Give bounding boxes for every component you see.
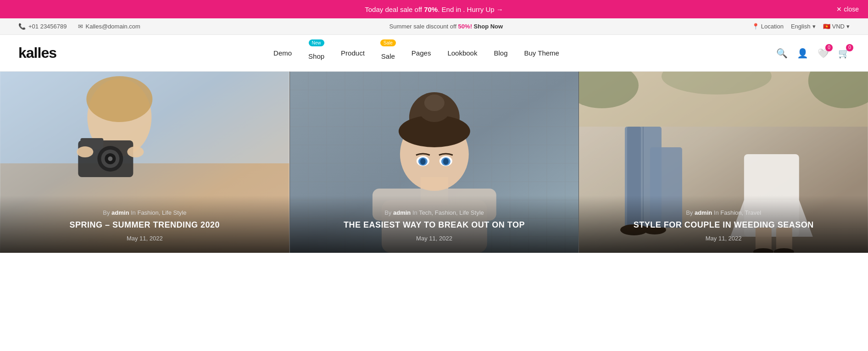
wishlist-icon[interactable]: 🤍 0 [818, 48, 829, 59]
svg-point-10 [108, 156, 112, 161]
blog-card-1-title: SPRING – SUMMER TRENDING 2020 [14, 220, 276, 230]
footer-space [0, 253, 868, 312]
banner-percent: 70% [424, 6, 438, 13]
nav-item-sale[interactable]: Sale Sale [381, 46, 395, 61]
phone-icon: 📞 [18, 23, 26, 30]
phone-info: 📞 +01 23456789 [18, 23, 67, 30]
blog-card-3-title: STYLE FOR COUPLE IN WEEDING SEASON [593, 220, 854, 230]
blog-card-2-overlay: By admin In Tech, Fashion, Life Style TH… [290, 195, 579, 253]
nav-item-shop[interactable]: New Shop [308, 46, 324, 61]
phone-number: +01 23456789 [28, 23, 67, 30]
blog-card-2[interactable]: By admin In Tech, Fashion, Life Style TH… [289, 72, 579, 253]
blog-card-2-title: THE EASIEST WAY TO BREAK OUT ON TOP [304, 220, 565, 230]
main-navigation: kalles Demo New Shop Product Sale Sale P… [0, 35, 868, 72]
author-3: admin [695, 209, 712, 216]
nav-links: Demo New Shop Product Sale Sale Pages Lo… [273, 46, 559, 61]
currency-selector[interactable]: 🇻🇳 VND ▾ [823, 23, 850, 30]
chevron-down-icon: ▾ [812, 23, 816, 30]
promo-info: Summer sale discount off 50%! Shop Now [389, 23, 503, 30]
svg-point-11 [77, 146, 93, 157]
nav-item-lookbook[interactable]: Lookbook [447, 49, 477, 57]
blog-card-1-meta: By admin In Fashion, Life Style [14, 209, 276, 216]
location-label: Location [761, 23, 784, 30]
cart-icon[interactable]: 🛒 0 [838, 48, 850, 59]
author-1: admin [111, 209, 129, 216]
nav-item-pages[interactable]: Pages [412, 49, 431, 57]
nav-icons: 🔍 👤 🤍 0 🛒 0 [776, 48, 850, 59]
blog-grid: By admin In Fashion, Life Style SPRING –… [0, 72, 868, 253]
wishlist-count: 0 [825, 44, 833, 51]
chevron-down-icon: ▾ [846, 23, 850, 30]
blog-card-3-date: May 11, 2022 [593, 235, 854, 242]
banner-arrow: → [496, 6, 503, 13]
language-label: English [791, 23, 811, 30]
author-2: admin [393, 209, 411, 216]
nav-item-buy-theme[interactable]: Buy Theme [524, 49, 559, 57]
svg-point-51 [424, 95, 445, 111]
svg-point-46 [420, 158, 426, 165]
language-selector[interactable]: English ▾ [791, 23, 816, 30]
contact-info: 📞 +01 23456789 ✉ Kalles@domain.com [18, 23, 140, 30]
shop-now-link[interactable]: Shop Now [474, 23, 503, 30]
nav-item-product[interactable]: Product [341, 49, 365, 57]
blog-card-3-overlay: By admin In Fashion, Travel STYLE FOR CO… [579, 195, 868, 253]
sale-badge: Sale [380, 39, 396, 46]
banner-text: Today deal sale off 70%. End in . Hurry … [365, 6, 503, 13]
svg-point-4 [86, 76, 152, 122]
secondary-bar: 📞 +01 23456789 ✉ Kalles@domain.com Summe… [0, 18, 868, 35]
flag-icon: 🇻🇳 [823, 23, 830, 30]
blog-card-2-date: May 11, 2022 [304, 235, 565, 242]
blog-card-3-meta: By admin In Fashion, Travel [593, 209, 854, 216]
banner-close-button[interactable]: ✕ close [836, 6, 859, 13]
blog-card-1-overlay: By admin In Fashion, Life Style SPRING –… [0, 195, 289, 253]
location-selector[interactable]: 📍 Location [752, 23, 784, 30]
category-3: Fashion, Travel [720, 209, 761, 216]
currency-label: VND [832, 23, 845, 30]
email-info: ✉ Kalles@domain.com [78, 23, 140, 30]
top-banner: Today deal sale off 70%. End in . Hurry … [0, 0, 868, 18]
site-logo[interactable]: kalles [18, 45, 56, 61]
svg-point-12 [127, 146, 144, 157]
email-address: Kalles@domain.com [86, 23, 140, 30]
blog-card-1-date: May 11, 2022 [14, 235, 276, 242]
category-1: Fashion, Life Style [137, 209, 186, 216]
nav-item-blog[interactable]: Blog [494, 49, 507, 57]
svg-point-47 [443, 158, 448, 165]
blog-card-2-meta: By admin In Tech, Fashion, Life Style [304, 209, 565, 216]
user-icon[interactable]: 👤 [797, 48, 808, 59]
search-icon[interactable]: 🔍 [776, 48, 788, 59]
promo-percent: 50%! [458, 23, 472, 30]
new-badge: New [309, 39, 324, 46]
location-icon: 📍 [752, 23, 759, 30]
category-2: Tech, Fashion, Life Style [419, 209, 484, 216]
locale-info: 📍 Location English ▾ 🇻🇳 VND ▾ [752, 23, 850, 30]
nav-item-demo[interactable]: Demo [273, 49, 292, 57]
blog-card-3[interactable]: By admin In Fashion, Travel STYLE FOR CO… [579, 72, 868, 253]
email-icon: ✉ [78, 23, 83, 30]
cart-count: 0 [846, 44, 853, 51]
blog-card-1[interactable]: By admin In Fashion, Life Style SPRING –… [0, 72, 289, 253]
